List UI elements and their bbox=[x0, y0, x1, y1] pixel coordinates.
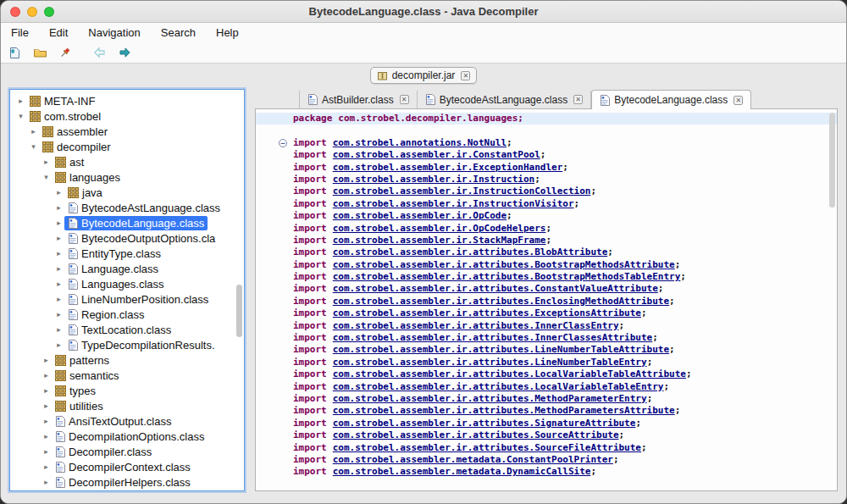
chevron-right-icon[interactable]: ▸ bbox=[41, 478, 52, 486]
menu-file[interactable]: File bbox=[11, 26, 29, 39]
tree-item[interactable]: ▸semantics bbox=[10, 368, 244, 383]
chevron-right-icon[interactable]: ▸ bbox=[53, 341, 64, 349]
close-window-button[interactable] bbox=[10, 7, 20, 17]
import-link[interactable]: com.strobel.assembler.ir.Instruction bbox=[333, 174, 534, 185]
tree-item[interactable]: ▾decompiler bbox=[10, 139, 244, 154]
chevron-right-icon[interactable]: ▸ bbox=[41, 432, 52, 440]
import-link[interactable]: com.strobel.assembler.ir.attributes.Loca… bbox=[333, 368, 686, 379]
menu-navigation[interactable]: Navigation bbox=[88, 26, 140, 39]
tree-item[interactable]: ▸TypeDecompilationResults. bbox=[10, 337, 244, 352]
menu-search[interactable]: Search bbox=[161, 26, 196, 39]
editor-tab[interactable]: AstBuilder.class✕ bbox=[299, 91, 418, 108]
close-icon[interactable]: ✕ bbox=[734, 96, 743, 105]
import-link[interactable]: com.strobel.assembler.ir.attributes.Line… bbox=[333, 357, 647, 368]
tree-item[interactable]: ▸java bbox=[10, 185, 244, 200]
chevron-right-icon[interactable]: ▸ bbox=[53, 325, 64, 334]
tree-item[interactable]: ▸Decompiler.class bbox=[10, 444, 244, 459]
tree-item[interactable]: ▸DecompilerContext.class bbox=[10, 459, 244, 474]
chevron-down-icon[interactable]: ▾ bbox=[28, 142, 39, 151]
tree-item[interactable]: ▸types bbox=[10, 383, 244, 398]
tree-item[interactable]: ▸utilities bbox=[10, 398, 244, 413]
tree-item[interactable]: ▸DecompilerHelpers.class bbox=[10, 474, 244, 490]
import-link[interactable]: com.strobel.assembler.ir.ExceptionHandle… bbox=[333, 162, 563, 173]
import-link[interactable]: com.strobel.assembler.ir.attributes.Meth… bbox=[333, 393, 647, 404]
chevron-right-icon[interactable]: ▸ bbox=[41, 402, 52, 410]
import-link[interactable]: com.strobel.annotations.NotNull bbox=[333, 137, 507, 148]
import-link[interactable]: com.strobel.assembler.metadata.DynamicCa… bbox=[333, 466, 591, 477]
import-link[interactable]: com.strobel.assembler.ir.attributes.Meth… bbox=[333, 405, 675, 416]
import-link[interactable]: com.strobel.assembler.ir.attributes.Cons… bbox=[333, 283, 658, 294]
import-link[interactable]: com.strobel.assembler.ir.InstructionVisi… bbox=[333, 198, 574, 209]
chevron-right-icon[interactable]: ▸ bbox=[53, 264, 64, 273]
tree-item[interactable]: ▸ast bbox=[10, 154, 244, 169]
chevron-right-icon[interactable]: ▸ bbox=[41, 447, 52, 456]
tree-item[interactable]: ▸DecompilationOptions.class bbox=[10, 429, 244, 444]
import-link[interactable]: com.strobel.assembler.ir.attributes.Blob… bbox=[333, 246, 608, 258]
tree-item[interactable]: ▾com.strobel bbox=[10, 108, 244, 124]
chevron-down-icon[interactable]: ▾ bbox=[15, 112, 26, 120]
tree-item[interactable]: ▸Region.class bbox=[10, 307, 244, 322]
import-link[interactable]: com.strobel.assembler.ir.attributes.Boot… bbox=[333, 271, 681, 282]
import-link[interactable]: com.strobel.assembler.ir.OpCode bbox=[333, 210, 507, 221]
chevron-right-icon[interactable]: ▸ bbox=[53, 188, 64, 197]
tree-item[interactable]: ▸patterns bbox=[10, 352, 244, 368]
close-icon[interactable]: ✕ bbox=[461, 71, 470, 80]
editor-tab[interactable]: BytecodeLanguage.class✕ bbox=[591, 90, 751, 109]
chevron-right-icon[interactable]: ▸ bbox=[41, 158, 52, 166]
close-icon[interactable]: ✕ bbox=[573, 95, 583, 104]
tree-item[interactable]: ▸LineNumberPosition.class bbox=[10, 291, 244, 307]
tree-item[interactable]: ▾languages bbox=[10, 169, 244, 185]
code-scrollbar[interactable] bbox=[829, 113, 835, 208]
tree-item[interactable]: ▸Language.class bbox=[10, 261, 244, 276]
import-link[interactable]: com.strobel.assembler.ir.attributes.Exce… bbox=[333, 307, 641, 318]
open-folder-button[interactable] bbox=[30, 44, 49, 61]
import-link[interactable]: com.strobel.assembler.ir.attributes.Sour… bbox=[333, 429, 619, 440]
import-link[interactable]: com.strobel.assembler.ir.ConstantPool bbox=[333, 149, 540, 160]
tree-item[interactable]: ▸Languages.class bbox=[10, 276, 244, 291]
chevron-right-icon[interactable]: ▸ bbox=[53, 234, 64, 242]
import-link[interactable]: com.strobel.assembler.ir.attributes.Inne… bbox=[333, 332, 653, 343]
tree-item[interactable]: ▸BytecodeOutputOptions.cla bbox=[10, 230, 244, 246]
tree-item[interactable]: ▸AnsiTextOutput.class bbox=[10, 413, 244, 429]
chevron-right-icon[interactable]: ▸ bbox=[28, 127, 39, 136]
zoom-window-button[interactable] bbox=[44, 7, 54, 17]
import-link[interactable]: com.strobel.assembler.ir.StackMapFrame bbox=[333, 235, 546, 246]
chevron-right-icon[interactable]: ▸ bbox=[53, 219, 64, 227]
chevron-right-icon[interactable]: ▸ bbox=[41, 462, 52, 471]
tree-item[interactable]: ▸BytecodeLanguage.class bbox=[10, 215, 244, 230]
chevron-right-icon[interactable]: ▸ bbox=[53, 249, 64, 258]
chevron-right-icon[interactable]: ▸ bbox=[53, 203, 64, 212]
tree-item[interactable]: ▸TextLocation.class bbox=[10, 322, 244, 337]
import-link[interactable]: com.strobel.assembler.ir.attributes.Line… bbox=[333, 344, 669, 355]
tree-item[interactable]: ▸EntityType.class bbox=[10, 246, 244, 261]
fold-collapse-icon[interactable]: − bbox=[279, 139, 287, 147]
back-button[interactable] bbox=[91, 44, 109, 61]
import-link[interactable]: com.strobel.assembler.ir.attributes.Loca… bbox=[333, 381, 664, 392]
chevron-right-icon[interactable]: ▸ bbox=[15, 97, 26, 105]
minimize-window-button[interactable] bbox=[27, 7, 37, 17]
chevron-right-icon[interactable]: ▸ bbox=[41, 356, 52, 364]
chevron-right-icon[interactable]: ▸ bbox=[53, 310, 64, 318]
menu-edit[interactable]: Edit bbox=[49, 26, 68, 39]
jar-tab[interactable]: decompiler.jar ✕ bbox=[370, 67, 478, 84]
import-link[interactable]: com.strobel.assembler.ir.OpCodeHelpers bbox=[333, 223, 546, 234]
chevron-right-icon[interactable]: ▸ bbox=[41, 386, 52, 395]
chevron-right-icon[interactable]: ▸ bbox=[53, 295, 64, 303]
tree-item[interactable]: ▸assembler bbox=[10, 124, 244, 139]
import-link[interactable]: com.strobel.assembler.ir.attributes.Encl… bbox=[333, 296, 669, 307]
tree-scrollbar[interactable] bbox=[236, 285, 242, 337]
import-link[interactable]: com.strobel.assembler.ir.attributes.Boot… bbox=[333, 259, 675, 270]
tree-item[interactable]: ▸META-INF bbox=[10, 93, 244, 108]
import-link[interactable]: com.strobel.assembler.ir.InstructionColl… bbox=[333, 186, 591, 197]
import-link[interactable]: com.strobel.assembler.metadata.ConstantP… bbox=[333, 454, 613, 465]
chevron-right-icon[interactable]: ▸ bbox=[41, 371, 52, 379]
tree-item[interactable]: ▸BytecodeAstLanguage.class bbox=[10, 200, 244, 215]
open-file-button[interactable] bbox=[6, 44, 25, 61]
pin-button[interactable] bbox=[55, 44, 74, 61]
import-link[interactable]: com.strobel.assembler.ir.attributes.Sign… bbox=[333, 418, 636, 429]
close-icon[interactable]: ✕ bbox=[400, 95, 409, 104]
import-link[interactable]: com.strobel.assembler.ir.attributes.Inne… bbox=[333, 320, 619, 331]
menu-help[interactable]: Help bbox=[216, 26, 239, 39]
import-link[interactable]: com.strobel.assembler.ir.attributes.Sour… bbox=[333, 442, 641, 453]
forward-button[interactable] bbox=[115, 44, 134, 61]
